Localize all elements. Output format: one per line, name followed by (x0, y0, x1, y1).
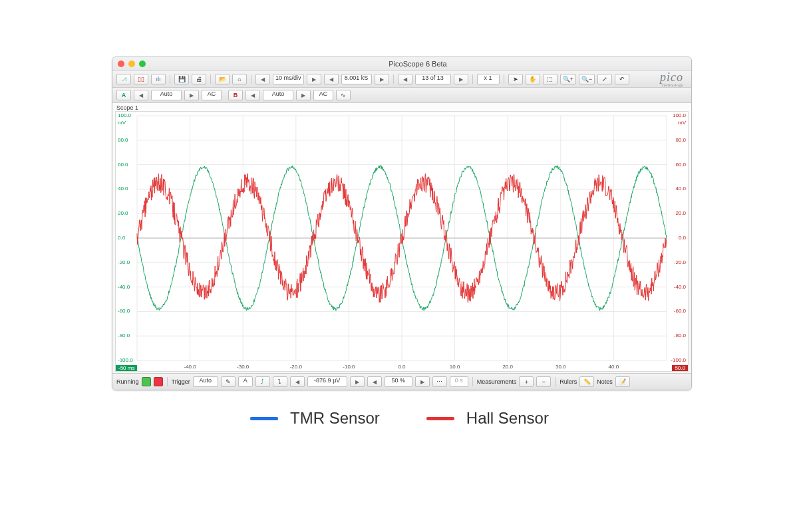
home-icon[interactable]: ⌂ (232, 74, 247, 84)
signal-gen-icon[interactable]: ∿ (336, 90, 351, 100)
y-tick-left: -80.0 (118, 332, 130, 338)
y-tick-left: -100.0 (118, 357, 133, 363)
notes-icon[interactable]: 📝 (615, 376, 630, 387)
trigger-settings-icon[interactable]: ✎ (221, 376, 236, 387)
channel-a-range-next-icon[interactable]: ▶ (184, 90, 199, 100)
titlebar: PicoScope 6 Beta (112, 57, 691, 71)
rulers-icon[interactable]: 📏 (579, 376, 594, 387)
hand-icon[interactable]: ✋ (526, 74, 540, 84)
stop-button[interactable] (154, 377, 163, 386)
remove-measurement-icon[interactable]: − (536, 376, 551, 387)
trigger-delay[interactable]: 0 s (450, 376, 468, 387)
pointer-icon[interactable]: ➤ (508, 74, 523, 84)
spectrum-mode-icon[interactable]: ılı (151, 74, 166, 84)
pico-logo: picoTechnology (660, 71, 683, 88)
y-tick-right: 40.0 (675, 186, 686, 192)
trigger-level-prev-icon[interactable]: ◀ (290, 376, 305, 387)
legend-swatch-red (426, 417, 454, 420)
buffer-next-icon[interactable]: ▶ (454, 74, 468, 84)
waveform-plot[interactable]: 100.080.060.040.020.00.0-20.0-40.0-60.0-… (115, 111, 689, 372)
maximize-icon[interactable] (139, 61, 146, 67)
x-tick: 0.0 (398, 364, 405, 370)
y-tick-left: 0.0 (118, 235, 125, 241)
y-tick-right: 0.0 (679, 235, 686, 241)
samples-prev-icon[interactable]: ◀ (324, 74, 339, 84)
timebase-prev-icon[interactable]: ◀ (255, 74, 270, 84)
samples-next-icon[interactable]: ▶ (375, 74, 389, 84)
y-tick-left: 80.0 (118, 137, 128, 143)
trigger-channel[interactable]: A (238, 376, 253, 387)
waveform-svg (116, 112, 688, 371)
legend-swatch-blue (250, 417, 278, 420)
channel-a-coupling[interactable]: AC (202, 90, 222, 100)
unit-left: mV (118, 120, 126, 126)
zoom-x-input[interactable]: x 1 (477, 74, 500, 84)
channel-b-range[interactable]: Auto (263, 90, 293, 100)
scope-mode-icon[interactable]: ⩘ (116, 74, 131, 84)
x-tick: 20.0 (502, 364, 513, 370)
trigger-mode[interactable]: Auto (193, 376, 218, 387)
timebase-input[interactable]: 10 ms/div (273, 74, 304, 84)
time-end-label: 50.0 (672, 365, 688, 371)
buffer-prev-icon[interactable]: ◀ (398, 74, 412, 84)
y-tick-left: -20.0 (118, 259, 130, 265)
trigger-edge-rising-icon[interactable]: ⤴ (255, 376, 270, 387)
run-button[interactable] (142, 377, 151, 386)
close-icon[interactable] (118, 61, 124, 67)
legend-tmr-label: TMR Sensor (290, 409, 380, 428)
zoom-out-icon[interactable]: 🔍− (579, 74, 595, 84)
zoom-fit-icon[interactable]: ⤢ (597, 74, 612, 84)
channel-toolbar: A ◀ Auto ▶ AC B ◀ Auto ▶ AC ∿ (112, 88, 691, 103)
trigger-options-icon[interactable]: ⋯ (432, 376, 447, 387)
persistence-mode-icon[interactable]: ▯▯ (134, 74, 148, 84)
zoom-sel-icon[interactable]: ⬚ (543, 74, 558, 84)
buffer-position[interactable]: 13 of 13 (415, 74, 451, 84)
main-toolbar: ⩘ ▯▯ ılı 💾 🖨 📂 ⌂ ◀ 10 ms/div ▶ ◀ 8.001 k… (112, 71, 691, 88)
save-icon[interactable]: 💾 (174, 74, 189, 84)
y-tick-right: -100.0 (671, 357, 686, 363)
app-window: PicoScope 6 Beta ⩘ ▯▯ ılı 💾 🖨 📂 ⌂ ◀ 10 m… (112, 57, 692, 390)
channel-b-range-next-icon[interactable]: ▶ (296, 90, 311, 100)
pretrigger-next-icon[interactable]: ▶ (415, 376, 430, 387)
trigger-label: Trigger (172, 378, 190, 385)
channel-b-range-prev-icon[interactable]: ◀ (245, 90, 260, 100)
y-tick-right: 100.0 (673, 112, 686, 118)
rulers-label: Rulers (559, 378, 577, 385)
minimize-icon[interactable] (128, 61, 135, 67)
samples-input[interactable]: 8.001 kS (341, 74, 372, 84)
zoom-in-icon[interactable]: 🔍+ (560, 74, 576, 84)
x-tick: 10.0 (450, 364, 460, 370)
channel-a-range-prev-icon[interactable]: ◀ (134, 90, 148, 100)
external-legend: TMR Sensor Hall Sensor (0, 409, 799, 428)
channel-a-button[interactable]: A (116, 90, 131, 100)
y-tick-right: -40.0 (674, 284, 686, 290)
trigger-edge-falling-icon[interactable]: ⤵ (273, 376, 287, 387)
y-tick-right: -20.0 (674, 259, 686, 265)
channel-a-range[interactable]: Auto (151, 90, 182, 100)
y-tick-left: -60.0 (118, 308, 130, 314)
print-icon[interactable]: 🖨 (192, 74, 206, 84)
x-tick: -40.0 (184, 364, 196, 370)
timebase-next-icon[interactable]: ▶ (307, 74, 321, 84)
channel-b-button[interactable]: B (228, 90, 243, 100)
pretrigger[interactable]: 50 % (385, 376, 412, 387)
legend-hall-label: Hall Sensor (466, 409, 549, 428)
open-icon[interactable]: 📂 (215, 74, 230, 84)
channel-b-coupling[interactable]: AC (313, 90, 333, 100)
undo-icon[interactable]: ↶ (615, 74, 629, 84)
y-tick-left: -40.0 (118, 284, 130, 290)
y-tick-left: 20.0 (118, 210, 128, 216)
x-tick: -30.0 (237, 364, 249, 370)
trigger-level-next-icon[interactable]: ▶ (350, 376, 365, 387)
x-tick: 40.0 (609, 364, 619, 370)
notes-label: Notes (597, 378, 613, 385)
time-start-label: -50 ms (116, 365, 137, 371)
y-tick-left: 100.0 (118, 112, 131, 118)
legend-item-hall: Hall Sensor (426, 409, 549, 428)
y-tick-right: 80.0 (675, 137, 686, 143)
add-measurement-icon[interactable]: ＋ (519, 376, 534, 387)
x-tick: -20.0 (290, 364, 302, 370)
pretrigger-prev-icon[interactable]: ◀ (367, 376, 382, 387)
x-tick: -10.0 (343, 364, 355, 370)
trigger-level[interactable]: -876.9 µV (307, 376, 347, 387)
